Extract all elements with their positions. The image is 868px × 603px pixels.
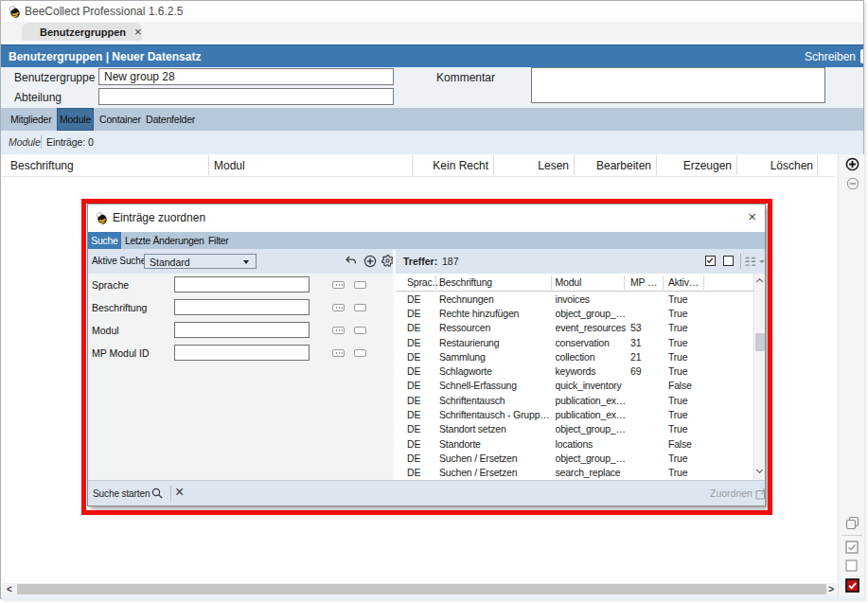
tab-benutzergruppen[interactable]: Benutzergruppen × bbox=[22, 23, 142, 41]
result-row[interactable]: DESchriftentauschpublication_ex…True bbox=[396, 393, 753, 407]
zuordnen-button[interactable]: Zuordnen bbox=[710, 488, 753, 499]
result-cell: DE bbox=[407, 467, 439, 478]
benutzergruppe-input[interactable] bbox=[98, 68, 394, 85]
status-entries-value: 0 bbox=[88, 136, 94, 148]
aktive-suche-label: Aktive Suche bbox=[92, 256, 146, 266]
copy-icon[interactable] bbox=[845, 516, 860, 531]
result-row[interactable]: DEStandortelocationsFalse bbox=[396, 436, 753, 451]
result-row[interactable]: DESuchen / Ersetzenobject_group_…True bbox=[396, 451, 753, 465]
subtab-datenfelder[interactable]: Datenfelder bbox=[146, 108, 195, 131]
mp-modul-id-input[interactable] bbox=[174, 345, 310, 361]
result-row[interactable]: DESuchen / Ersetzensearch_replaceTrue bbox=[396, 466, 753, 480]
col-bearbeiten[interactable]: Bearbeiten bbox=[574, 159, 651, 172]
benutzergruppe-label: Benutzergruppe bbox=[14, 71, 95, 84]
combobox-dropdown-icon[interactable] bbox=[243, 260, 249, 264]
dialog-tab-suche[interactable]: Suche bbox=[88, 232, 121, 249]
compare-blank-icon[interactable] bbox=[354, 304, 366, 311]
col-erzeugen[interactable]: Erzeugen bbox=[656, 159, 732, 172]
result-row[interactable]: DERestaurierungconservation31True bbox=[396, 335, 753, 349]
search-magnifier-icon[interactable] bbox=[151, 487, 164, 500]
horizontal-scrollbar[interactable]: < > bbox=[2, 583, 838, 595]
result-cell: Suchen / Ersetzen bbox=[439, 467, 556, 478]
result-row[interactable]: DERessourcenevent_resources53True bbox=[396, 321, 753, 335]
results-scrollbar-thumb[interactable] bbox=[755, 333, 765, 351]
beschriftung-input[interactable] bbox=[174, 299, 310, 315]
add-search-icon[interactable] bbox=[363, 255, 377, 268]
col-modul[interactable]: Modul bbox=[214, 159, 245, 172]
result-row[interactable]: DESchnell-Erfassungquick_inventoryFalse bbox=[396, 379, 753, 393]
result-row[interactable]: DEStandort setzenobject_group_…True bbox=[396, 422, 753, 436]
compare-options-icon[interactable] bbox=[332, 304, 345, 311]
dialog-tab-letzte-aenderungen[interactable]: Letzte Änderungen bbox=[125, 232, 204, 249]
mp-modul-id-label: MP Modul ID bbox=[92, 347, 150, 359]
result-cell: DE bbox=[407, 351, 439, 363]
sprache-input[interactable] bbox=[174, 276, 310, 293]
document-tabstrip: Benutzergruppen × bbox=[1, 22, 863, 41]
dialog-tabstrip: Suche Letzte Änderungen Filter bbox=[88, 232, 765, 249]
col-mp[interactable]: MP … bbox=[630, 276, 657, 288]
dialog-tab-filter[interactable]: Filter bbox=[208, 232, 229, 249]
clear-search-icon[interactable]: × bbox=[175, 484, 184, 501]
result-cell: Schlagworte bbox=[439, 365, 556, 377]
compare-blank-icon[interactable] bbox=[354, 327, 366, 334]
view-options-dropdown-icon[interactable] bbox=[759, 260, 765, 263]
result-cell: Schnell-Erfassung bbox=[439, 380, 556, 391]
schreiben-status[interactable]: Schreiben bbox=[805, 50, 856, 63]
dialog-eintraege-zuordnen: Einträge zuordnen × Suche Letzte Änderun… bbox=[87, 204, 766, 506]
scroll-down-icon[interactable] bbox=[755, 467, 762, 473]
col-kein-recht[interactable]: Kein Recht bbox=[412, 159, 488, 172]
view-options-icon[interactable] bbox=[745, 257, 756, 267]
compare-blank-icon[interactable] bbox=[354, 349, 366, 357]
dialog-footer: Suche starten × Zuordnen bbox=[88, 480, 765, 505]
scroll-right-icon[interactable]: > bbox=[828, 583, 834, 595]
select-all-results-icon[interactable] bbox=[705, 256, 716, 266]
confirm-checkbox-red[interactable] bbox=[845, 578, 859, 593]
col-modul[interactable]: Modul bbox=[556, 276, 582, 288]
subtab-container[interactable]: Container bbox=[99, 108, 141, 131]
abteilung-input[interactable] bbox=[98, 88, 394, 105]
select-all-checkbox[interactable] bbox=[845, 541, 859, 554]
add-row-icon[interactable] bbox=[845, 157, 859, 171]
tab-close-icon[interactable]: × bbox=[134, 26, 142, 38]
compare-options-icon[interactable] bbox=[332, 349, 345, 357]
compare-options-icon[interactable] bbox=[332, 281, 345, 289]
results-vertical-scrollbar[interactable] bbox=[753, 274, 766, 480]
col-lesen[interactable]: Lesen bbox=[493, 159, 569, 172]
search-form-panel: Sprache Beschriftung Modul MP Modul ID bbox=[88, 274, 393, 480]
subtab-mitglieder[interactable]: Mitglieder bbox=[10, 108, 52, 131]
result-row[interactable]: DESchlagwortekeywords69True bbox=[396, 364, 753, 378]
col-beschriftung[interactable]: Beschriftung bbox=[10, 159, 74, 172]
scroll-left-icon[interactable]: < bbox=[7, 583, 12, 595]
result-row[interactable]: DESammlungcollection21True bbox=[396, 349, 753, 364]
result-cell: True bbox=[668, 293, 753, 305]
deselect-all-results-icon[interactable] bbox=[723, 256, 734, 266]
col-aktiv[interactable]: Aktiv… bbox=[668, 276, 699, 288]
module-grid-header: Beschriftung Modul Kein Recht Lesen Bear… bbox=[1, 154, 835, 177]
result-row[interactable]: DESchriftentausch - Grupp…publication_ex… bbox=[396, 407, 753, 421]
window-titlebar: BeeCollect Professional 1.6.2.5 bbox=[1, 1, 863, 22]
col-sprache[interactable]: Sprac… bbox=[407, 276, 442, 288]
col-loeschen[interactable]: Löschen bbox=[736, 159, 813, 172]
deselect-all-checkbox[interactable] bbox=[845, 559, 858, 572]
combobox-value: Standard bbox=[150, 257, 190, 268]
zuordnen-open-icon[interactable] bbox=[755, 488, 767, 500]
compare-options-icon[interactable] bbox=[332, 327, 345, 334]
result-row[interactable]: DERechnungeninvoicesTrue bbox=[396, 292, 753, 306]
result-cell: quick_inventory bbox=[556, 380, 631, 391]
result-cell: DE bbox=[407, 438, 439, 450]
scrollbar-thumb[interactable] bbox=[17, 584, 826, 594]
result-row[interactable]: DERechte hinzufügenobject_group_…True bbox=[396, 306, 753, 320]
compare-blank-icon[interactable] bbox=[354, 281, 366, 289]
dialog-close-icon[interactable]: × bbox=[748, 209, 756, 223]
col-beschriftung[interactable]: Beschriftung bbox=[439, 276, 492, 288]
subtab-module[interactable]: Module bbox=[57, 108, 94, 131]
modul-input[interactable] bbox=[174, 322, 310, 338]
dialog-bee-icon bbox=[95, 211, 109, 225]
remove-row-icon[interactable] bbox=[846, 177, 859, 190]
aktive-suche-combobox[interactable]: Standard bbox=[144, 254, 257, 270]
treffer-label: Treffer: bbox=[403, 256, 437, 267]
suche-starten-button[interactable]: Suche starten bbox=[93, 488, 150, 499]
kommentar-textarea[interactable] bbox=[531, 67, 825, 103]
undo-icon[interactable] bbox=[345, 255, 357, 267]
scroll-up-icon[interactable] bbox=[755, 278, 762, 285]
